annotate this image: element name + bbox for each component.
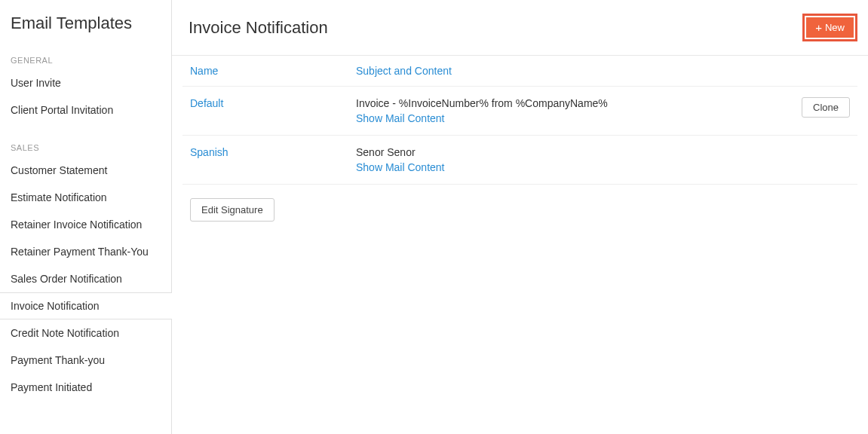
sidebar-item-label: Payment Initiated xyxy=(11,381,92,393)
sidebar-item-retainer-invoice-notification[interactable]: Retainer Invoice Notification xyxy=(0,211,171,238)
new-button-highlight: + New xyxy=(802,14,857,41)
sidebar-item-label: Retainer Payment Thank-You xyxy=(11,246,149,258)
sidebar-item-retainer-payment-thank-you[interactable]: Retainer Payment Thank-You xyxy=(0,238,171,265)
sidebar-item-customer-statement[interactable]: Customer Statement xyxy=(0,157,171,184)
sidebar-section-sales: SALES xyxy=(0,137,171,157)
sidebar-item-payment-thank-you[interactable]: Payment Thank-you xyxy=(0,347,171,374)
sidebar-item-payment-initiated[interactable]: Payment Initiated xyxy=(0,374,171,401)
show-mail-content-link[interactable]: Show Mail Content xyxy=(356,112,445,124)
template-subject: Invoice - %InvoiceNumber% from %CompanyN… xyxy=(356,97,744,109)
sidebar-item-estimate-notification[interactable]: Estimate Notification xyxy=(0,184,171,211)
templates-table: Name Subject and Content Default Invoice… xyxy=(182,56,857,185)
sidebar: Email Templates GENERAL User Invite Clie… xyxy=(0,0,172,434)
edit-signature-button[interactable]: Edit Signature xyxy=(190,198,275,222)
page-title: Invoice Notification xyxy=(189,18,328,38)
template-name-link[interactable]: Spanish xyxy=(190,146,229,158)
sidebar-section-general: GENERAL xyxy=(0,50,171,69)
main-header: Invoice Notification + New xyxy=(172,0,868,56)
table-row: Spanish Senor Senor Show Mail Content xyxy=(182,136,857,185)
templates-table-wrap: Name Subject and Content Default Invoice… xyxy=(172,56,868,185)
sidebar-item-client-portal-invitation[interactable]: Client Portal Invitation xyxy=(0,96,171,124)
column-header-action xyxy=(752,56,857,87)
new-button[interactable]: + New xyxy=(806,17,854,38)
plus-icon: + xyxy=(815,22,822,33)
column-header-subject[interactable]: Subject and Content xyxy=(348,56,752,87)
sidebar-item-user-invite[interactable]: User Invite xyxy=(0,69,171,96)
table-row: Default Invoice - %InvoiceNumber% from %… xyxy=(182,87,857,136)
main: Invoice Notification + New Name Subject … xyxy=(172,0,868,434)
sidebar-item-label: Customer Statement xyxy=(11,164,107,176)
column-header-name[interactable]: Name xyxy=(182,56,348,87)
sidebar-item-label: Invoice Notification xyxy=(11,300,100,312)
sidebar-item-invoice-notification[interactable]: Invoice Notification xyxy=(0,292,172,319)
clone-button[interactable]: Clone xyxy=(802,97,850,118)
sidebar-item-label: Sales Order Notification xyxy=(11,273,122,285)
template-name-link[interactable]: Default xyxy=(190,97,223,109)
sidebar-item-label: User Invite xyxy=(11,77,61,89)
sidebar-item-credit-note-notification[interactable]: Credit Note Notification xyxy=(0,319,171,347)
sidebar-spacer xyxy=(0,124,171,137)
new-button-label: New xyxy=(825,22,845,33)
sidebar-item-sales-order-notification[interactable]: Sales Order Notification xyxy=(0,265,171,292)
template-subject: Senor Senor xyxy=(356,146,744,158)
show-mail-content-link[interactable]: Show Mail Content xyxy=(356,161,445,173)
sidebar-item-label: Client Portal Invitation xyxy=(11,104,113,116)
sidebar-title: Email Templates xyxy=(0,14,171,50)
footer-actions: Edit Signature xyxy=(172,185,868,235)
sidebar-item-label: Estimate Notification xyxy=(11,191,107,203)
sidebar-item-label: Payment Thank-you xyxy=(11,354,105,366)
sidebar-item-label: Credit Note Notification xyxy=(11,327,119,339)
sidebar-item-label: Retainer Invoice Notification xyxy=(11,219,142,231)
